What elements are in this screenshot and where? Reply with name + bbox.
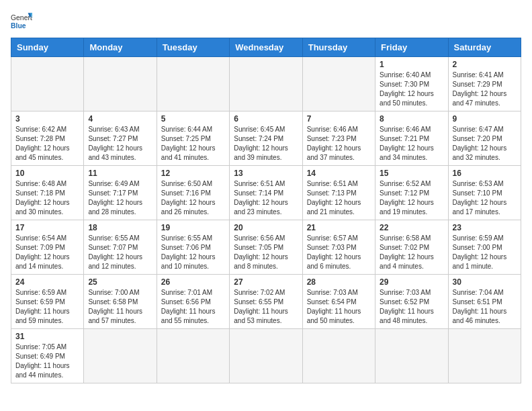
calendar-cell	[84, 57, 157, 111]
calendar-cell: 11Sunrise: 6:49 AM Sunset: 7:17 PM Dayli…	[84, 166, 157, 220]
calendar-cell: 30Sunrise: 7:04 AM Sunset: 6:51 PM Dayli…	[448, 275, 521, 329]
day-info: Sunrise: 6:52 AM Sunset: 7:12 PM Dayligh…	[380, 179, 443, 217]
day-info: Sunrise: 6:43 AM Sunset: 7:27 PM Dayligh…	[88, 125, 152, 163]
day-number: 12	[161, 169, 225, 178]
calendar-cell: 12Sunrise: 6:50 AM Sunset: 7:16 PM Dayli…	[157, 166, 229, 220]
day-number: 6	[234, 114, 298, 124]
calendar-cell: 4Sunrise: 6:43 AM Sunset: 7:27 PM Daylig…	[84, 111, 157, 166]
day-info: Sunrise: 7:02 AM Sunset: 6:55 PM Dayligh…	[234, 288, 298, 326]
day-info: Sunrise: 7:03 AM Sunset: 6:54 PM Dayligh…	[307, 288, 371, 326]
day-info: Sunrise: 6:58 AM Sunset: 7:02 PM Dayligh…	[380, 234, 443, 271]
day-number: 9	[453, 114, 517, 124]
calendar-cell	[230, 329, 302, 383]
calendar-cell	[157, 329, 229, 383]
day-number: 25	[88, 277, 152, 287]
calendar-cell: 28Sunrise: 7:03 AM Sunset: 6:54 PM Dayli…	[302, 275, 375, 329]
calendar-header-row: SundayMondayTuesdayWednesdayThursdayFrid…	[11, 38, 521, 57]
calendar-cell: 29Sunrise: 7:03 AM Sunset: 6:52 PM Dayli…	[375, 275, 448, 329]
day-info: Sunrise: 7:05 AM Sunset: 6:49 PM Dayligh…	[15, 342, 79, 380]
day-number: 1	[380, 60, 443, 69]
day-number: 26	[161, 277, 225, 287]
day-number: 5	[161, 114, 225, 124]
day-info: Sunrise: 7:00 AM Sunset: 6:58 PM Dayligh…	[88, 288, 152, 326]
calendar-cell: 8Sunrise: 6:46 AM Sunset: 7:21 PM Daylig…	[375, 111, 448, 166]
day-info: Sunrise: 7:04 AM Sunset: 6:51 PM Dayligh…	[453, 288, 517, 326]
day-info: Sunrise: 7:03 AM Sunset: 6:52 PM Dayligh…	[380, 288, 443, 326]
calendar-cell: 10Sunrise: 6:48 AM Sunset: 7:18 PM Dayli…	[11, 166, 84, 220]
day-info: Sunrise: 6:54 AM Sunset: 7:09 PM Dayligh…	[15, 234, 79, 271]
day-info: Sunrise: 6:47 AM Sunset: 7:20 PM Dayligh…	[453, 125, 517, 163]
calendar-cell: 23Sunrise: 6:59 AM Sunset: 7:00 PM Dayli…	[448, 220, 521, 275]
weekday-header-tuesday: Tuesday	[157, 38, 229, 57]
calendar-cell	[230, 57, 302, 111]
calendar-cell: 22Sunrise: 6:58 AM Sunset: 7:02 PM Dayli…	[375, 220, 448, 275]
day-number: 7	[307, 114, 371, 124]
weekday-header-saturday: Saturday	[448, 38, 521, 57]
calendar-week-row: 1Sunrise: 6:40 AM Sunset: 7:30 PM Daylig…	[11, 57, 521, 111]
day-info: Sunrise: 6:46 AM Sunset: 7:21 PM Dayligh…	[380, 125, 443, 163]
day-info: Sunrise: 6:41 AM Sunset: 7:29 PM Dayligh…	[453, 71, 517, 108]
calendar-cell	[375, 329, 448, 383]
weekday-header-monday: Monday	[84, 38, 157, 57]
day-number: 20	[234, 223, 298, 232]
weekday-header-thursday: Thursday	[302, 38, 375, 57]
calendar-cell: 31Sunrise: 7:05 AM Sunset: 6:49 PM Dayli…	[11, 329, 84, 383]
calendar-cell: 16Sunrise: 6:53 AM Sunset: 7:10 PM Dayli…	[448, 166, 521, 220]
calendar-cell: 9Sunrise: 6:47 AM Sunset: 7:20 PM Daylig…	[448, 111, 521, 166]
day-info: Sunrise: 6:49 AM Sunset: 7:17 PM Dayligh…	[88, 179, 152, 217]
day-number: 8	[380, 114, 443, 124]
day-info: Sunrise: 6:44 AM Sunset: 7:25 PM Dayligh…	[161, 125, 225, 163]
day-number: 30	[453, 277, 517, 287]
calendar-week-row: 17Sunrise: 6:54 AM Sunset: 7:09 PM Dayli…	[11, 220, 521, 275]
calendar-cell	[448, 329, 521, 383]
day-number: 4	[88, 114, 152, 124]
day-number: 10	[15, 169, 79, 178]
day-number: 11	[88, 169, 152, 178]
day-info: Sunrise: 6:57 AM Sunset: 7:03 PM Dayligh…	[307, 234, 371, 271]
calendar-cell: 6Sunrise: 6:45 AM Sunset: 7:24 PM Daylig…	[230, 111, 302, 166]
day-info: Sunrise: 6:42 AM Sunset: 7:28 PM Dayligh…	[15, 125, 79, 163]
calendar-cell	[11, 57, 84, 111]
calendar-cell: 3Sunrise: 6:42 AM Sunset: 7:28 PM Daylig…	[11, 111, 84, 166]
calendar-week-row: 31Sunrise: 7:05 AM Sunset: 6:49 PM Dayli…	[11, 329, 521, 383]
calendar-cell: 26Sunrise: 7:01 AM Sunset: 6:56 PM Dayli…	[157, 275, 229, 329]
calendar-cell: 27Sunrise: 7:02 AM Sunset: 6:55 PM Dayli…	[230, 275, 302, 329]
day-info: Sunrise: 6:51 AM Sunset: 7:13 PM Dayligh…	[307, 179, 371, 217]
calendar-cell: 13Sunrise: 6:51 AM Sunset: 7:14 PM Dayli…	[230, 166, 302, 220]
day-info: Sunrise: 6:59 AM Sunset: 7:00 PM Dayligh…	[453, 234, 517, 271]
svg-text:Blue: Blue	[11, 22, 26, 30]
day-number: 15	[380, 169, 443, 178]
day-number: 29	[380, 277, 443, 287]
day-number: 31	[15, 332, 79, 341]
calendar-week-row: 10Sunrise: 6:48 AM Sunset: 7:18 PM Dayli…	[11, 166, 521, 220]
day-info: Sunrise: 6:46 AM Sunset: 7:23 PM Dayligh…	[307, 125, 371, 163]
calendar-cell: 7Sunrise: 6:46 AM Sunset: 7:23 PM Daylig…	[302, 111, 375, 166]
day-info: Sunrise: 6:40 AM Sunset: 7:30 PM Dayligh…	[380, 71, 443, 108]
day-info: Sunrise: 6:59 AM Sunset: 6:59 PM Dayligh…	[15, 288, 79, 326]
calendar-cell	[157, 57, 229, 111]
day-info: Sunrise: 6:55 AM Sunset: 7:06 PM Dayligh…	[161, 234, 225, 271]
day-number: 17	[15, 223, 79, 232]
calendar-cell: 25Sunrise: 7:00 AM Sunset: 6:58 PM Dayli…	[84, 275, 157, 329]
day-info: Sunrise: 7:01 AM Sunset: 6:56 PM Dayligh…	[161, 288, 225, 326]
calendar-week-row: 24Sunrise: 6:59 AM Sunset: 6:59 PM Dayli…	[11, 275, 521, 329]
calendar-cell: 20Sunrise: 6:56 AM Sunset: 7:05 PM Dayli…	[230, 220, 302, 275]
day-number: 22	[380, 223, 443, 232]
day-number: 13	[234, 169, 298, 178]
day-info: Sunrise: 6:51 AM Sunset: 7:14 PM Dayligh…	[234, 179, 298, 217]
logo-icon: General Blue	[11, 11, 32, 32]
day-number: 27	[234, 277, 298, 287]
calendar-cell: 5Sunrise: 6:44 AM Sunset: 7:25 PM Daylig…	[157, 111, 229, 166]
day-info: Sunrise: 6:48 AM Sunset: 7:18 PM Dayligh…	[15, 179, 79, 217]
day-info: Sunrise: 6:53 AM Sunset: 7:10 PM Dayligh…	[453, 179, 517, 217]
day-number: 3	[15, 114, 79, 124]
header: General Blue	[11, 11, 521, 32]
weekday-header-sunday: Sunday	[11, 38, 84, 57]
calendar-cell: 1Sunrise: 6:40 AM Sunset: 7:30 PM Daylig…	[375, 57, 448, 111]
calendar-cell	[302, 329, 375, 383]
calendar-cell	[84, 329, 157, 383]
logo: General Blue	[11, 11, 32, 32]
calendar-cell: 24Sunrise: 6:59 AM Sunset: 6:59 PM Dayli…	[11, 275, 84, 329]
calendar-cell: 14Sunrise: 6:51 AM Sunset: 7:13 PM Dayli…	[302, 166, 375, 220]
calendar-cell	[302, 57, 375, 111]
